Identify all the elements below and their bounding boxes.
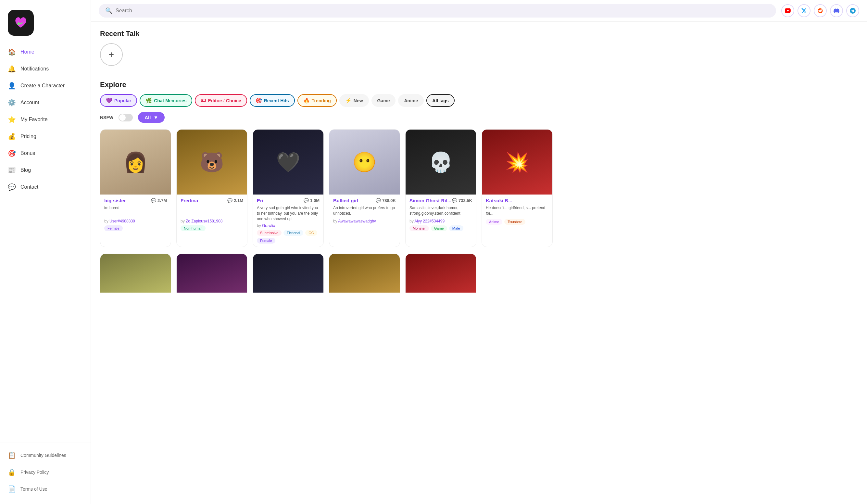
sidebar: 🏠 Home 🔔 Notifications 👤 Create a Charac… — [0, 0, 91, 504]
telegram-button[interactable] — [846, 4, 859, 17]
bonus-icon: 🎯 — [8, 149, 16, 157]
sidebar-item-home[interactable]: 🏠 Home — [0, 43, 90, 61]
character-tags: Non-human — [181, 225, 243, 231]
character-card-fredina[interactable]: 🐻 Fredina 💬 2.1M by Zo Zapious#1581908 N… — [176, 129, 247, 247]
bottom-card-4[interactable] — [405, 254, 477, 292]
tab-editors-choice[interactable]: 🏷 Editors' Choice — [195, 94, 247, 107]
star-icon: ⭐ — [8, 116, 16, 124]
character-tag: Male — [449, 225, 463, 231]
tab-all-tags[interactable]: All tags — [426, 94, 454, 107]
sidebar-item-my-favorite[interactable]: ⭐ My Favorite — [0, 111, 90, 128]
sidebar-item-label: My Favorite — [20, 117, 48, 122]
lock-icon: 🔒 — [8, 468, 16, 476]
app-logo-icon — [13, 14, 29, 31]
sidebar-item-label: Create a Character — [20, 83, 65, 89]
character-count: 💬 788.0K — [376, 198, 396, 203]
filter-dropdown-button[interactable]: All ▼ — [138, 112, 165, 123]
character-card-bullied-girl[interactable]: 😶 Bullied girl 💬 788.0K An introverted g… — [329, 129, 400, 247]
sidebar-item-account[interactable]: ⚙️ Account — [0, 94, 90, 111]
section-divider — [100, 74, 858, 74]
tab-game[interactable]: Game — [372, 94, 396, 107]
character-card-simon-ghost[interactable]: 💀 Simon Ghost Ril... 💬 732.5K Sarcastic,… — [405, 129, 477, 247]
bottom-card-2[interactable] — [253, 254, 324, 292]
tab-label: New — [354, 98, 363, 103]
youtube-button[interactable] — [781, 4, 794, 17]
character-desc: A very sad goth girl who invited you to … — [257, 205, 320, 222]
sidebar-item-create-character[interactable]: 👤 Create a Character — [0, 77, 90, 94]
sidebar-item-label: Account — [20, 100, 39, 106]
tab-new[interactable]: ⚡ New — [339, 94, 369, 107]
filter-row: NSFW All ▼ — [100, 112, 858, 123]
bottom-card-0[interactable] — [100, 254, 171, 292]
bell-icon: 🔔 — [8, 65, 16, 73]
character-name: Katsuki B... — [486, 198, 548, 203]
character-image: 🐻 — [176, 130, 247, 194]
sidebar-item-community-guidelines[interactable]: 📋 Community Guidelines — [0, 447, 90, 464]
recent-talk-title: Recent Talk — [100, 30, 858, 38]
character-tag: Submissive — [257, 230, 281, 236]
character-count: 💬 2.1M — [227, 198, 243, 203]
character-tag: Fictional — [283, 230, 303, 236]
bottom-card-3[interactable] — [329, 254, 400, 292]
character-name: Eri 💬 1.0M — [257, 198, 320, 203]
filter-label: All — [144, 115, 151, 120]
character-image — [100, 254, 171, 292]
content-area: Recent Talk + Explore 💜 Popular 🌿 Chat M… — [91, 22, 867, 307]
add-chat-button[interactable]: + — [100, 43, 123, 66]
character-image — [176, 254, 247, 292]
tab-popular[interactable]: 💜 Popular — [100, 94, 137, 107]
character-author: by Grawlix — [257, 223, 320, 228]
sidebar-item-label: Bonus — [20, 150, 35, 156]
gear-icon: ⚙️ — [8, 99, 16, 107]
tab-recent-hits[interactable]: 🎯 Recent Hits — [250, 94, 295, 107]
character-info: big sister 💬 2.7M im bored by User#49888… — [100, 194, 171, 235]
character-tag: Female — [257, 238, 275, 244]
sidebar-item-notifications[interactable]: 🔔 Notifications — [0, 61, 90, 77]
sidebar-item-label: Blog — [20, 167, 31, 173]
sidebar-item-pricing[interactable]: 💰 Pricing — [0, 128, 90, 145]
sidebar-item-blog[interactable]: 📰 Blog — [0, 162, 90, 179]
character-name: big sister 💬 2.7M — [104, 198, 167, 203]
plus-icon: + — [109, 49, 114, 60]
character-desc: An introverted girl who prefers to go un… — [333, 205, 396, 217]
character-card-eri[interactable]: 🖤 Eri 💬 1.0M A very sad goth girl who in… — [253, 129, 324, 247]
character-card-big-sister[interactable]: 👩 big sister 💬 2.7M im bored by User#498… — [100, 129, 171, 247]
sidebar-item-contact[interactable]: 💬 Contact — [0, 179, 90, 195]
character-info: Simon Ghost Ril... 💬 732.5K Sarcastic,cl… — [406, 194, 476, 235]
character-author: by Alyy 222#534499 — [409, 219, 472, 223]
twitter-button[interactable] — [798, 4, 811, 17]
bottom-cards-grid — [100, 254, 858, 292]
tab-trending[interactable]: 🔥 Trending — [298, 94, 337, 107]
tab-label: Trending — [312, 98, 331, 103]
character-desc: im bored — [104, 205, 167, 217]
logo-container — [0, 7, 90, 43]
search-bar[interactable]: 🔍 — [99, 4, 776, 18]
bottom-card-1[interactable] — [176, 254, 247, 292]
explore-title: Explore — [100, 81, 858, 89]
search-input[interactable] — [116, 8, 770, 14]
nsfw-toggle[interactable] — [118, 114, 133, 121]
character-tags: Female — [104, 225, 167, 231]
terms-icon: 📄 — [8, 485, 16, 493]
sidebar-item-label: Pricing — [20, 133, 36, 139]
character-name: Simon Ghost Ril... 💬 732.5K — [409, 198, 472, 203]
recent-talk-row: + — [100, 43, 858, 66]
tab-chat-memories[interactable]: 🌿 Chat Memories — [140, 94, 192, 107]
character-author: by User#4988830 — [104, 219, 167, 223]
sidebar-item-terms-of-use[interactable]: 📄 Terms of Use — [0, 481, 90, 497]
sidebar-item-privacy-policy[interactable]: 🔒 Privacy Policy — [0, 464, 90, 481]
character-tag: Monster — [409, 225, 429, 231]
new-icon: ⚡ — [345, 97, 352, 104]
tab-anime[interactable]: Anime — [398, 94, 424, 107]
tab-label: All tags — [432, 98, 449, 103]
sidebar-item-bonus[interactable]: 🎯 Bonus — [0, 145, 90, 162]
tab-label: Game — [377, 98, 390, 103]
character-card-katsuki-b[interactable]: 💥 Katsuki B... He doesn't... girlfriend,… — [482, 129, 553, 247]
discord-button[interactable] — [830, 4, 843, 17]
character-tags: MonsterGameMale — [409, 225, 472, 231]
character-count: 💬 2.7M — [151, 198, 167, 203]
character-tag: Anime — [486, 219, 502, 225]
character-count: 💬 732.5K — [452, 198, 472, 203]
reddit-button[interactable] — [814, 4, 827, 17]
character-name: Fredina 💬 2.1M — [181, 198, 243, 203]
